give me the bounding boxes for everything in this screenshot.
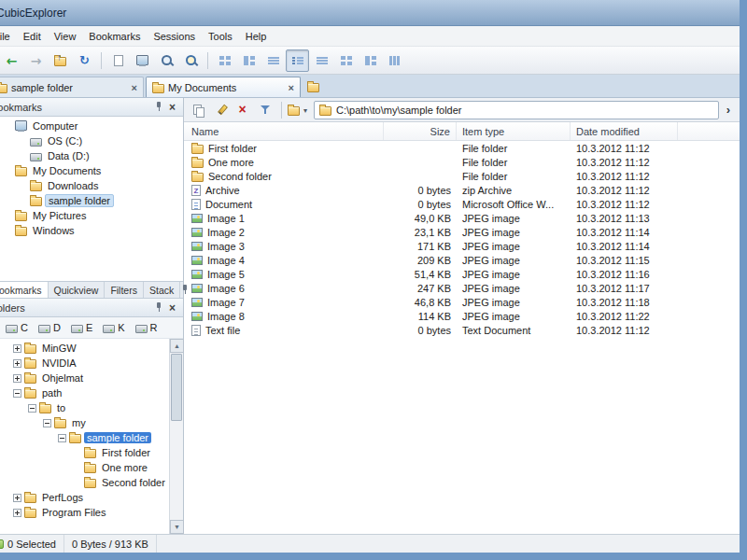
tree-item-path[interactable]: path	[0, 385, 169, 400]
tree-item-downloads[interactable]: Downloads	[0, 178, 183, 193]
file-row[interactable]: Image 4209 KBJPEG image10.3.2012 11:15	[184, 253, 740, 267]
copy-button[interactable]	[188, 101, 209, 119]
expand-icon[interactable]	[13, 509, 21, 517]
tree-item-perflogs[interactable]: PerfLogs	[0, 490, 169, 505]
tree-item-windows[interactable]: Windows	[0, 223, 183, 238]
expand-icon[interactable]	[13, 494, 21, 502]
tree-item-data-d[interactable]: Data (D:)	[0, 148, 183, 163]
tree-item-my[interactable]: my	[0, 415, 169, 430]
tree-item-one-more[interactable]: One more	[0, 460, 169, 475]
menu-item-tools[interactable]: Tools	[202, 28, 239, 45]
drive-button-c[interactable]: C	[2, 319, 32, 336]
file-row[interactable]: Document0 bytesMicrosoft Office W...10.3…	[184, 197, 740, 211]
view-columns-button[interactable]	[383, 49, 406, 72]
panel-tab-stack[interactable]: Stack	[144, 282, 180, 298]
collapse-icon[interactable]	[43, 419, 51, 427]
tree-item-ohjelmat[interactable]: Ohjelmat	[0, 371, 169, 385]
search-button[interactable]	[155, 49, 178, 72]
file-row[interactable]: Image 746,8 KBJPEG image10.3.2012 11:18	[184, 295, 740, 309]
menu-item-sessions[interactable]: Sessions	[147, 28, 202, 45]
tree-item-sample-folder[interactable]: sample folder	[0, 193, 183, 208]
file-row[interactable]: First folderFile folder10.3.2012 11:12	[184, 141, 740, 155]
bookmarks-close-button[interactable]	[165, 100, 179, 114]
file-row[interactable]: Image 6247 KBJPEG image10.3.2012 11:17	[184, 281, 740, 295]
file-row[interactable]: One moreFile folder10.3.2012 11:12	[184, 155, 740, 169]
scroll-up-button[interactable]	[170, 339, 184, 353]
folders-scrollbar[interactable]	[169, 339, 183, 534]
menu-item-edit[interactable]: Edit	[17, 28, 48, 45]
tree-item-program-files[interactable]: Program Files	[0, 505, 169, 520]
expand-icon[interactable]	[13, 344, 21, 353]
bookmarks-pin-button[interactable]	[151, 100, 165, 114]
expand-icon[interactable]	[13, 359, 21, 368]
tree-item-second-folder[interactable]: Second folder	[0, 475, 169, 490]
folder-menu-button[interactable]	[287, 101, 308, 119]
tree-item-nvidia[interactable]: NVIDIA	[0, 356, 169, 371]
view-list-button[interactable]	[310, 49, 333, 72]
column-header-date-modified[interactable]: Date modified	[571, 122, 678, 140]
tree-item-my-pictures[interactable]: My Pictures	[0, 208, 183, 223]
file-row[interactable]: Image 149,0 KBJPEG image10.3.2012 11:13	[184, 211, 740, 225]
scroll-thumb[interactable]	[171, 354, 182, 421]
tree-item-to[interactable]: to	[0, 400, 169, 415]
folders-pin-button[interactable]	[151, 301, 165, 315]
view-icons-button[interactable]	[261, 49, 285, 72]
tree-item-os-c[interactable]: OS (C:)	[0, 133, 183, 148]
tree-item-my-documents[interactable]: My Documents	[0, 163, 183, 178]
drive-button-k[interactable]: K	[99, 319, 128, 336]
view-tiles-button[interactable]	[237, 49, 261, 72]
expand-icon[interactable]	[13, 374, 21, 383]
tree-item-mingw[interactable]: MinGW	[0, 341, 169, 356]
menu-item-file[interactable]: File	[0, 28, 17, 45]
view-details-button[interactable]	[286, 49, 309, 72]
file-row[interactable]: Image 3171 KBJPEG image10.3.2012 11:14	[184, 239, 740, 253]
tab-my-documents[interactable]: My Documents	[146, 77, 301, 97]
refresh-button[interactable]	[73, 49, 96, 72]
drive-button-e[interactable]: E	[67, 319, 96, 336]
panel-tab-filters[interactable]: Filters	[105, 282, 144, 298]
forward-button[interactable]	[24, 49, 48, 72]
column-header-item-type[interactable]: Item type	[457, 122, 571, 140]
preview-button[interactable]	[131, 49, 154, 72]
folders-close-button[interactable]	[165, 301, 179, 315]
file-row[interactable]: Image 8114 KBJPEG image10.3.2012 11:22	[184, 309, 740, 323]
new-file-button[interactable]	[106, 49, 130, 72]
tree-item-first-folder[interactable]: First folder	[0, 445, 169, 460]
new-tab-button[interactable]	[303, 77, 323, 96]
menu-item-bookmarks[interactable]: Bookmarks	[82, 28, 147, 45]
tab-sample-folder[interactable]: sample folder	[0, 77, 144, 97]
panel-tab-quickview[interactable]: Quickview	[49, 282, 106, 298]
view-small-icons-button[interactable]	[334, 49, 358, 72]
drive-button-d[interactable]: D	[35, 319, 64, 336]
view-thumbnails-button[interactable]	[213, 49, 236, 72]
file-row[interactable]: Archive0 byteszip Archive10.3.2012 11:12	[184, 183, 740, 197]
file-row[interactable]: Second folderFile folder10.3.2012 11:12	[184, 169, 740, 183]
collapse-icon[interactable]	[28, 404, 36, 413]
titlebar[interactable]: CubicExplorer	[0, 0, 740, 26]
address-bar[interactable]: C:\path\to\my\sample folder	[314, 101, 719, 119]
collapse-icon[interactable]	[58, 434, 66, 442]
panel-tab-bookmarks[interactable]: Bookmarks	[0, 282, 49, 298]
file-row[interactable]: Image 551,4 KBJPEG image10.3.2012 11:16	[184, 267, 740, 281]
filter-button[interactable]	[255, 101, 276, 119]
view-filmstrip-button[interactable]	[359, 49, 382, 72]
menu-item-view[interactable]: View	[48, 28, 83, 45]
tab-close-icon[interactable]	[289, 82, 294, 93]
tree-item-sample-folder[interactable]: sample folder	[0, 430, 169, 445]
filter-search-button[interactable]	[179, 49, 203, 72]
address-dropdown-button[interactable]	[721, 101, 736, 119]
collapse-icon[interactable]	[13, 389, 21, 398]
up-button[interactable]	[49, 49, 72, 72]
file-row[interactable]: Image 223,1 KBJPEG image10.3.2012 11:14	[184, 225, 740, 239]
column-header-size[interactable]: Size	[384, 122, 457, 140]
tree-item-computer[interactable]: Computer	[0, 119, 183, 133]
tab-close-icon[interactable]	[132, 82, 137, 93]
rename-button[interactable]	[210, 101, 232, 119]
delete-button[interactable]	[233, 101, 254, 119]
pin-icon[interactable]	[180, 285, 190, 295]
menu-item-help[interactable]: Help	[239, 28, 274, 45]
drive-button-r[interactable]: R	[132, 319, 162, 336]
file-row[interactable]: Text file0 bytesText Document10.3.2012 1…	[184, 323, 740, 337]
back-button[interactable]	[0, 49, 23, 72]
scroll-down-button[interactable]	[170, 520, 184, 534]
